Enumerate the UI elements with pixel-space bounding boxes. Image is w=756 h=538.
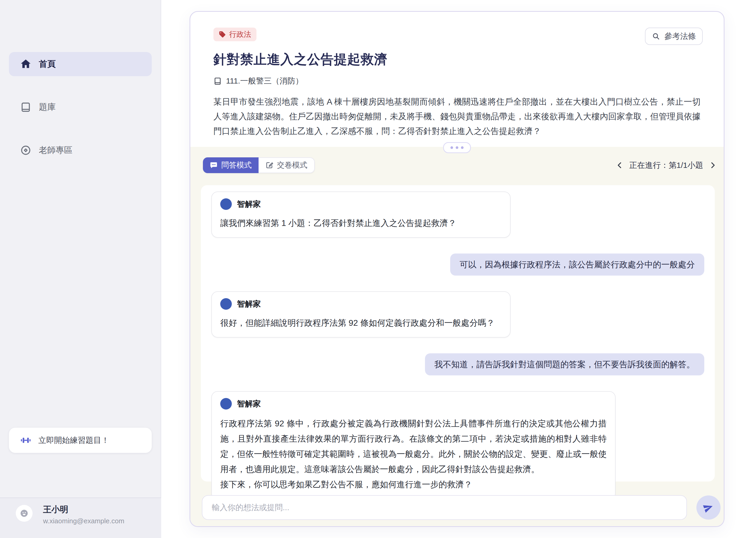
mode-tabs: 問答模式 交卷模式 xyxy=(203,157,315,173)
assistant-avatar xyxy=(220,298,232,310)
send-plane-icon xyxy=(703,502,714,513)
question-header: 行政法 參考法條 針對禁止進入之公告提起救濟 111.一般警三（消防） 某日甲市… xyxy=(190,12,724,147)
search-icon xyxy=(652,32,660,40)
user-message: 我不知道，請告訴我針對這個問題的答案，但不要告訴我後面的解答。 xyxy=(425,353,704,375)
subquestion-progress: 正在進行：第1/1小題 xyxy=(616,157,716,173)
question-source-label: 111.一般警三（消防） xyxy=(226,76,303,86)
book-icon xyxy=(20,101,31,113)
user-name: 王小明 xyxy=(43,504,68,515)
chevron-left-icon[interactable] xyxy=(616,162,624,169)
tag-icon xyxy=(219,31,226,38)
teacher-badge-icon xyxy=(20,144,31,156)
chat-bubble-icon xyxy=(210,161,217,169)
sidebar-item-home[interactable]: 首頁 xyxy=(9,52,152,76)
tab-qa-mode[interactable]: 問答模式 xyxy=(203,157,259,173)
exam-book-icon xyxy=(213,77,222,85)
question-title: 針對禁止進入之公告提起救濟 xyxy=(213,51,701,68)
composer xyxy=(202,495,721,520)
assistant-message: 智解家 讓我們來練習第 1 小題：乙得否針對禁止進入之公告提起救濟？ xyxy=(211,191,510,238)
edit-document-icon xyxy=(265,161,273,169)
assistant-avatar xyxy=(220,398,232,409)
assistant-name: 智解家 xyxy=(237,299,261,309)
assistant-name: 智解家 xyxy=(237,399,261,409)
assistant-header: 智解家 xyxy=(220,398,607,409)
sidebar-item-label: 首頁 xyxy=(39,58,56,70)
sidebar-item-teacher-zone[interactable]: 老師專區 xyxy=(9,138,152,162)
user-message: 可以，因為根據行政程序法，該公告屬於行政處分中的一般處分 xyxy=(450,253,704,276)
chat-panel: 智解家 讓我們來練習第 1 小題：乙得否針對禁止進入之公告提起救濟？ 可以，因為… xyxy=(201,185,715,482)
question-card: 行政法 參考法條 針對禁止進入之公告提起救濟 111.一般警三（消防） 某日甲市… xyxy=(190,11,725,527)
assistant-header: 智解家 xyxy=(220,298,502,310)
collapse-dots-pill[interactable] xyxy=(443,142,471,153)
tab-submit-label: 交卷模式 xyxy=(277,160,307,171)
tab-qa-label: 問答模式 xyxy=(221,160,252,171)
progress-label: 正在進行：第1/1小題 xyxy=(629,160,703,171)
assistant-name: 智解家 xyxy=(237,199,261,210)
sidebar-item-question-bank[interactable]: 題庫 xyxy=(9,95,152,119)
assistant-text: 很好，但能詳細說明行政程序法第 92 條如何定義行政處分和一般處分嗎？ xyxy=(220,316,502,330)
sidebar-item-label: 題庫 xyxy=(39,101,56,113)
sidebar: 首頁 題庫 老師專區 立即開始練習題目！ 王小明 w.xiaoming@exam… xyxy=(0,0,161,538)
home-icon xyxy=(20,58,31,70)
question-source: 111.一般警三（消防） xyxy=(213,76,701,86)
avatar xyxy=(16,505,32,522)
dumbbell-icon xyxy=(20,435,31,446)
sidebar-nav: 首頁 題庫 老師專區 xyxy=(0,0,161,162)
subject-badge-label: 行政法 xyxy=(229,29,251,39)
user-email: w.xiaoming@example.com xyxy=(43,517,124,525)
chevron-right-icon[interactable] xyxy=(709,162,716,169)
assistant-text: 讓我們來練習第 1 小題：乙得否針對禁止進入之公告提起救濟？ xyxy=(220,216,502,230)
chat-input[interactable] xyxy=(202,495,687,520)
tab-submit-mode[interactable]: 交卷模式 xyxy=(259,157,315,173)
start-practice-button[interactable]: 立即開始練習題目！ xyxy=(9,428,152,453)
sidebar-item-label: 老師專區 xyxy=(39,144,72,156)
assistant-avatar xyxy=(220,198,232,210)
subject-badge: 行政法 xyxy=(213,27,257,41)
assistant-message: 智解家 很好，但能詳細說明行政程序法第 92 條如何定義行政處分和一般處分嗎？ xyxy=(211,291,510,338)
send-button[interactable] xyxy=(696,496,721,519)
assistant-header: 智解家 xyxy=(220,198,502,210)
user-section[interactable]: 王小明 w.xiaoming@example.com xyxy=(0,498,161,538)
start-practice-label: 立即開始練習題目！ xyxy=(38,435,109,446)
assistant-message: 智解家 行政程序法第 92 條中，行政處分被定義為行政機關針對公法上具體事件所進… xyxy=(211,391,616,500)
question-body: 某日甲市發生強烈地震，該地 A 棟十層樓房因地基裂開而傾斜，機關迅速將住戶全部撤… xyxy=(213,94,701,138)
reference-law-label: 參考法條 xyxy=(664,31,696,42)
assistant-text: 行政程序法第 92 條中，行政處分被定義為行政機關針對公法上具體事件所進行的決定… xyxy=(220,416,607,492)
reference-law-button[interactable]: 參考法條 xyxy=(645,27,703,45)
